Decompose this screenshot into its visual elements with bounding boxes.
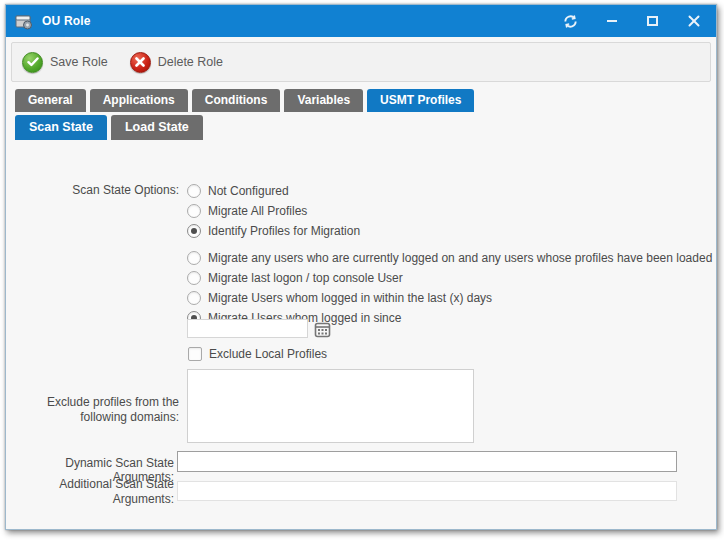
scan-state-options-label: Scan State Options: <box>6 183 179 197</box>
subtab-scan-state[interactable]: Scan State <box>15 115 107 140</box>
refresh-icon[interactable] <box>562 13 579 30</box>
radio-icon <box>187 224 201 238</box>
tab-applications[interactable]: Applications <box>90 89 188 112</box>
ou-role-dialog: OU Role Save <box>5 4 717 530</box>
radio-label: Identify Profiles for Migration <box>208 224 360 238</box>
radio-icon <box>187 204 201 218</box>
radio-migrate-all-profiles[interactable]: Migrate All Profiles <box>187 201 307 221</box>
save-role-label: Save Role <box>50 55 108 69</box>
radio-icon <box>187 291 201 305</box>
delete-role-label: Delete Role <box>158 55 223 69</box>
maximize-icon[interactable] <box>644 13 661 30</box>
tab-conditions[interactable]: Conditions <box>192 89 281 112</box>
dynamic-scan-state-arguments-input[interactable] <box>177 451 677 472</box>
radio-icon <box>187 251 201 265</box>
radio-icon <box>187 184 201 198</box>
additional-scan-state-arguments-input[interactable] <box>177 481 677 501</box>
radio-label: Not Configured <box>208 184 289 198</box>
additional-args-label: Additional Scan State Arguments: <box>6 477 174 507</box>
radio-migrate-last-logon[interactable]: Migrate last logon / top console User <box>187 268 403 288</box>
calendar-icon[interactable] <box>313 320 331 338</box>
delete-x-icon <box>130 52 151 73</box>
delete-role-button[interactable]: Delete Role <box>130 52 223 73</box>
checkbox-label: Exclude Local Profiles <box>209 347 327 361</box>
radio-icon <box>187 271 201 285</box>
tab-general[interactable]: General <box>15 89 86 112</box>
tab-usmt-profiles[interactable]: USMT Profiles <box>367 89 474 112</box>
minimize-icon[interactable] <box>603 13 620 30</box>
radio-not-configured[interactable]: Not Configured <box>187 181 289 201</box>
sub-tab-bar: Scan State Load State <box>15 115 203 140</box>
radio-migrate-logged-on-users[interactable]: Migrate any users who are currently logg… <box>187 248 712 268</box>
exclude-domains-label: Exclude profiles from the following doma… <box>6 395 179 425</box>
toolbar: Save Role Delete Role <box>11 42 711 82</box>
exclude-local-profiles-checkbox[interactable]: Exclude Local Profiles <box>188 344 327 364</box>
close-icon[interactable] <box>685 13 702 30</box>
window-title: OU Role <box>42 14 91 28</box>
checkbox-icon <box>188 347 202 361</box>
subtab-load-state[interactable]: Load State <box>111 115 203 140</box>
exclude-domains-textarea[interactable] <box>187 369 474 443</box>
radio-label: Migrate last logon / top console User <box>208 271 403 285</box>
logged-in-since-date-input[interactable] <box>187 319 308 338</box>
radio-label: Migrate Users whom logged in within the … <box>208 291 492 305</box>
main-tab-bar: General Applications Conditions Variable… <box>15 89 474 112</box>
radio-label: Migrate any users who are currently logg… <box>208 251 712 265</box>
save-role-button[interactable]: Save Role <box>22 52 108 73</box>
radio-label: Migrate All Profiles <box>208 204 307 218</box>
save-check-icon <box>22 52 43 73</box>
tab-variables[interactable]: Variables <box>284 89 363 112</box>
radio-migrate-last-x-days[interactable]: Migrate Users whom logged in within the … <box>187 288 492 308</box>
radio-identify-profiles[interactable]: Identify Profiles for Migration <box>187 221 360 241</box>
server-box-icon <box>15 13 34 30</box>
titlebar: OU Role <box>6 5 716 37</box>
